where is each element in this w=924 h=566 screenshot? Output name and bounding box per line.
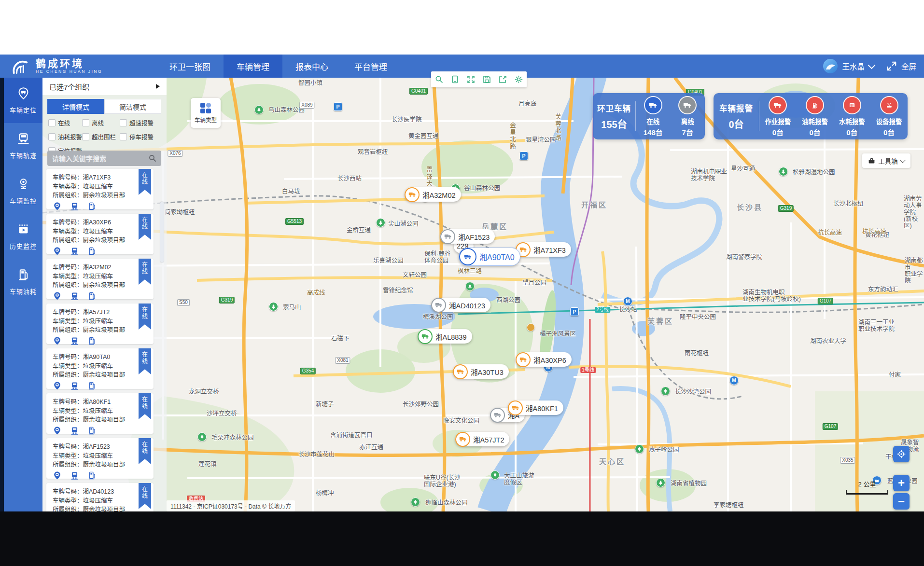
- card-actions: [53, 202, 154, 213]
- nav-item-平台管理[interactable]: 平台管理: [341, 55, 400, 78]
- vehicle-marker-湘A90TA0[interactable]: 湘A90TA0: [459, 248, 520, 266]
- marker-plate: 湘A57JT2: [473, 434, 504, 444]
- vehicle-marker-湘AD40123[interactable]: 湘AD40123: [431, 298, 490, 312]
- fuel-icon[interactable]: [87, 291, 97, 303]
- filter-在线[interactable]: 在线: [48, 118, 82, 127]
- checkbox-icon[interactable]: [48, 133, 56, 140]
- pin-icon[interactable]: [53, 381, 62, 392]
- map-label: 枫林三路: [458, 268, 482, 275]
- pin-icon[interactable]: [53, 471, 62, 482]
- search-icon[interactable]: [149, 154, 156, 162]
- vehicle-marker-湘A30TU3[interactable]: 湘A30TU3: [453, 364, 509, 379]
- fuel-icon[interactable]: [87, 381, 97, 392]
- track-icon[interactable]: [70, 426, 79, 437]
- vehicle-card[interactable]: 车牌号码：湘AF1523车辆类型：垃圾压缩车所属组织：厨余垃圾项目部在线: [46, 438, 154, 479]
- map-canvas[interactable]: 智园小镇乌山森林公园长沙医学院黄金园互通月亮岛银星湾公园观音岩枢纽谷山森林公园长…: [42, 78, 924, 511]
- map-label: 文轩公园: [403, 272, 427, 278]
- locate-button[interactable]: [893, 446, 910, 462]
- vehicle-marker-湘A80KF1[interactable]: 湘A80KF1: [508, 400, 563, 415]
- export-icon[interactable]: [495, 71, 511, 87]
- nav-item-环卫一张图[interactable]: 环卫一张图: [156, 55, 224, 78]
- fuel-icon[interactable]: [87, 202, 97, 213]
- pin-icon[interactable]: [53, 202, 62, 213]
- vehicle-card[interactable]: 车牌号码：湘A30XP6车辆类型：垃圾压缩车所属组织：厨余垃圾项目部在线: [46, 214, 154, 254]
- sidebar-item-车辆轨迹[interactable]: 车辆轨迹: [4, 123, 42, 168]
- track-icon[interactable]: [70, 247, 79, 258]
- vehicle-marker-湘AL8839[interactable]: 湘AL8839: [418, 329, 472, 344]
- user-name[interactable]: 王水晶: [842, 61, 865, 71]
- pin-icon[interactable]: [53, 336, 62, 347]
- zoom-out-button[interactable]: −: [893, 493, 910, 510]
- map-label: 新塘子: [316, 401, 334, 408]
- tab-简洁模式[interactable]: 简洁模式: [104, 99, 161, 114]
- track-icon[interactable]: [70, 336, 79, 347]
- vehicle-marker-湘A32M02[interactable]: 湘A32M02: [405, 187, 461, 202]
- fuel-icon[interactable]: [87, 336, 97, 347]
- pin-icon[interactable]: [53, 426, 62, 437]
- nav-item-报表中心[interactable]: 报表中心: [282, 55, 341, 78]
- track-icon[interactable]: [70, 381, 79, 392]
- zoom-in-button[interactable]: +: [893, 475, 910, 491]
- org-selector[interactable]: 已选7个组织: [42, 78, 167, 95]
- sidebar-item-车辆定位[interactable]: 车辆定位: [4, 78, 42, 123]
- vehicle-type-button[interactable]: 车辆类型: [191, 98, 221, 128]
- map-label: 长沙医学院: [392, 116, 422, 123]
- avatar[interactable]: [823, 59, 838, 73]
- filter-油耗报警[interactable]: 油耗报警: [48, 132, 82, 141]
- expand-icon[interactable]: [463, 71, 479, 87]
- expand-panel-icon[interactable]: [156, 84, 160, 89]
- fuel-icon[interactable]: [87, 426, 97, 437]
- checkbox-icon[interactable]: [82, 119, 89, 126]
- screen-icon[interactable]: [447, 71, 463, 87]
- map-label: 莲花镇: [198, 461, 217, 468]
- fuel-icon[interactable]: [87, 247, 97, 258]
- card-type: 车辆类型：垃圾压缩车: [53, 317, 154, 326]
- sidebar-item-车辆监控[interactable]: 车辆监控: [4, 168, 42, 214]
- map-label: 星沙互通: [731, 166, 755, 172]
- vehicle-marker-湘A30XP6[interactable]: 湘A30XP6: [516, 352, 572, 367]
- save-icon[interactable]: [479, 71, 495, 87]
- chevron-down-icon[interactable]: [868, 61, 876, 69]
- panel-scrollbar[interactable]: [160, 202, 164, 262]
- checkbox-icon[interactable]: [82, 133, 89, 140]
- sidebar-item-历史监控[interactable]: 历史监控: [4, 214, 42, 259]
- nav-item-车辆管理[interactable]: 车辆管理: [224, 55, 282, 78]
- app-title: 鹤成环境: [36, 58, 102, 69]
- vehicle-card[interactable]: 车牌号码：湘A71XF3车辆类型：垃圾压缩车所属组织：厨余垃圾项目部在线: [46, 169, 154, 209]
- fleet-stats-panel: 环卫车辆155台在线148台离线7台: [593, 93, 705, 139]
- pin-icon[interactable]: [53, 247, 62, 258]
- stat-label: 在线: [646, 116, 659, 126]
- track-icon[interactable]: [70, 291, 79, 303]
- filter-超速报警[interactable]: 超速报警: [120, 118, 164, 127]
- checkbox-icon[interactable]: [48, 119, 56, 126]
- vehicle-marker-湘A71XF3[interactable]: 湘A71XF3: [516, 242, 571, 257]
- fullscreen-label[interactable]: 全屏: [901, 61, 916, 71]
- zoom-icon[interactable]: [431, 71, 447, 87]
- vehicle-card[interactable]: 车牌号码：湘AD40123车辆类型：垃圾压缩车所属组织：厨余垃圾项目部在线: [46, 483, 154, 511]
- fullscreen-icon[interactable]: [886, 61, 897, 71]
- track-icon[interactable]: [70, 202, 79, 213]
- vehicle-marker-湘A57JT2[interactable]: 湘A57JT2: [455, 432, 509, 446]
- vehicle-card[interactable]: 车牌号码：湘A90TA0车辆类型：垃圾压缩车所属组织：厨余垃圾项目部在线: [46, 348, 154, 389]
- filter-离线[interactable]: 离线: [82, 118, 120, 127]
- stats-title: 环卫车辆: [597, 102, 631, 114]
- filter-超出围栏[interactable]: 超出围栏: [82, 132, 120, 141]
- vehicle-card[interactable]: 车牌号码：湘A57JT2车辆类型：垃圾压缩车所属组织：厨余垃圾项目部在线: [46, 304, 154, 344]
- settings-icon[interactable]: [511, 71, 527, 87]
- pin-icon[interactable]: [53, 291, 62, 303]
- vehicle-marker-湘AF1523[interactable]: 湘AF1523: [440, 229, 495, 244]
- vehicle-card[interactable]: 车牌号码：湘A80KF1车辆类型：垃圾压缩车所属组织：厨余垃圾项目部在线: [46, 393, 154, 434]
- track-icon[interactable]: [70, 471, 79, 482]
- toolbox-button[interactable]: 工具箱: [862, 153, 910, 168]
- tab-详情模式[interactable]: 详情模式: [47, 99, 104, 114]
- fuel-icon[interactable]: [87, 471, 97, 482]
- checkbox-icon[interactable]: [120, 119, 127, 126]
- vehicle-card[interactable]: 车牌号码：湘A32M02车辆类型：垃圾压缩车所属组织：厨余垃圾项目部在线: [46, 259, 154, 299]
- checkbox-icon[interactable]: [120, 133, 127, 140]
- sidebar-item-车辆油耗[interactable]: 车辆油耗: [4, 259, 42, 304]
- card-plate: 车牌号码：湘A90TA0: [53, 353, 154, 362]
- marker-plate: 湘A32M02: [422, 190, 456, 200]
- filter-停车报警[interactable]: 停车报警: [120, 132, 164, 141]
- map-label: 杨梅冲: [316, 490, 334, 497]
- search-input[interactable]: 请输入关键字搜索: [47, 151, 161, 166]
